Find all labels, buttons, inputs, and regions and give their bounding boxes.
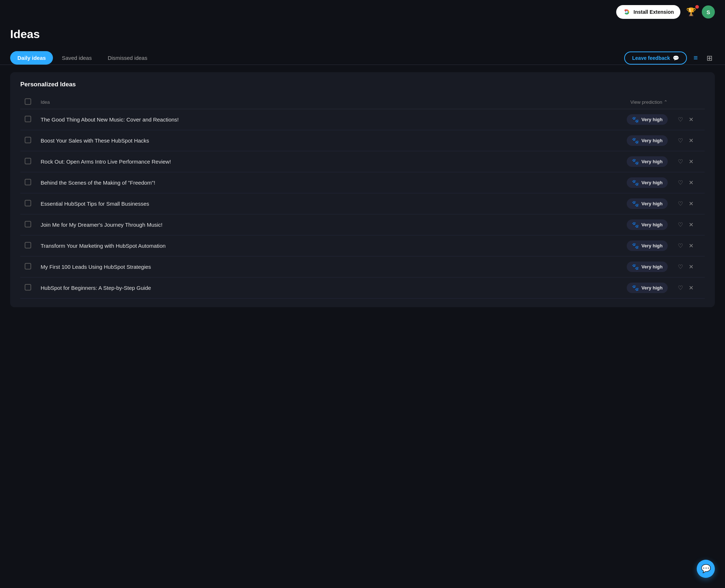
table-row: HubSpot for Beginners: A Step-by-Step Gu…: [20, 277, 705, 299]
prediction-label-6: Very high: [641, 222, 663, 227]
ideas-card: Personalized Ideas Idea View prediction …: [10, 72, 715, 307]
row-checkbox-3[interactable]: [25, 158, 31, 164]
trophy-icon: 🏆: [686, 7, 696, 16]
install-extension-button[interactable]: Install Extension: [616, 5, 680, 19]
list-icon: ≡: [693, 54, 698, 62]
idea-title-1: The Good Thing About New Music: Cover an…: [41, 116, 179, 123]
table-row: Rock Out: Open Arms Intro Live Performan…: [20, 151, 705, 172]
prediction-badge-7: 🐾 Very high: [627, 240, 668, 251]
row-checkbox-cell: [20, 214, 36, 235]
heart-icon: ♡: [678, 137, 683, 144]
row-actions-cell: ♡ ✕: [672, 235, 705, 256]
row-checkbox-5[interactable]: [25, 200, 31, 206]
dismiss-idea-button-7[interactable]: ✕: [687, 241, 695, 251]
row-checkbox-4[interactable]: [25, 179, 31, 185]
row-actions-cell: ♡ ✕: [672, 172, 705, 193]
save-idea-button-6[interactable]: ♡: [676, 220, 684, 230]
sort-icon: ⌃: [664, 99, 668, 105]
row-idea-title-cell: My First 100 Leads Using HubSpot Strateg…: [36, 256, 592, 277]
heart-icon: ♡: [678, 221, 683, 228]
leave-feedback-button[interactable]: Leave feedback 💬: [624, 52, 687, 65]
row-checkbox-1[interactable]: [25, 116, 31, 122]
dismiss-idea-button-1[interactable]: ✕: [687, 115, 695, 124]
page-header: Install Extension 🏆 S: [0, 0, 725, 24]
idea-title-9: HubSpot for Beginners: A Step-by-Step Gu…: [41, 285, 151, 291]
prediction-icon-1: 🐾: [632, 116, 639, 123]
heart-icon: ♡: [678, 179, 683, 186]
row-checkbox-2[interactable]: [25, 137, 31, 143]
close-icon: ✕: [689, 200, 693, 207]
save-idea-button-9[interactable]: ♡: [676, 283, 684, 293]
save-idea-button-7[interactable]: ♡: [676, 241, 684, 251]
trophy-button[interactable]: 🏆: [685, 6, 697, 18]
prediction-badge-3: 🐾 Very high: [627, 156, 668, 167]
row-prediction-cell: 🐾 Very high: [592, 172, 672, 193]
save-idea-button-8[interactable]: ♡: [676, 262, 684, 272]
row-idea-title-cell: Transform Your Marketing with HubSpot Au…: [36, 235, 592, 256]
row-checkbox-cell: [20, 109, 36, 130]
dismiss-idea-button-9[interactable]: ✕: [687, 283, 695, 293]
svg-point-2: [626, 11, 627, 13]
chat-fab-button[interactable]: 💬: [697, 560, 715, 578]
row-checkbox-9[interactable]: [25, 284, 31, 291]
save-idea-button-5[interactable]: ♡: [676, 199, 684, 209]
close-icon: ✕: [689, 158, 693, 165]
row-idea-title-cell: Boost Your Sales with These HubSpot Hack…: [36, 130, 592, 151]
dismiss-idea-button-8[interactable]: ✕: [687, 262, 695, 272]
dismiss-idea-button-6[interactable]: ✕: [687, 220, 695, 230]
chrome-icon: [623, 8, 631, 16]
prediction-badge-4: 🐾 Very high: [627, 177, 668, 188]
prediction-label-3: Very high: [641, 159, 663, 164]
row-prediction-cell: 🐾 Very high: [592, 256, 672, 277]
main-content: Personalized Ideas Idea View prediction …: [0, 65, 725, 314]
tab-daily-ideas[interactable]: Daily ideas: [10, 51, 53, 65]
row-prediction-cell: 🐾 Very high: [592, 193, 672, 214]
idea-title-8: My First 100 Leads Using HubSpot Strateg…: [41, 264, 151, 270]
prediction-label-5: Very high: [641, 201, 663, 206]
row-actions-cell: ♡ ✕: [672, 277, 705, 299]
heart-icon: ♡: [678, 116, 683, 123]
leave-feedback-label: Leave feedback: [632, 55, 670, 61]
row-idea-title-cell: HubSpot for Beginners: A Step-by-Step Gu…: [36, 277, 592, 299]
row-checkbox-7[interactable]: [25, 242, 31, 248]
close-icon: ✕: [689, 221, 693, 228]
tab-saved-ideas[interactable]: Saved ideas: [54, 51, 99, 65]
dismiss-idea-button-2[interactable]: ✕: [687, 136, 695, 145]
tabs-left: Daily ideas Saved ideas Dismissed ideas: [10, 51, 624, 65]
prediction-label-2: Very high: [641, 138, 663, 143]
row-checkbox-8[interactable]: [25, 263, 31, 270]
row-idea-title-cell: Behind the Scenes of the Making of "Free…: [36, 172, 592, 193]
tab-dismissed-ideas[interactable]: Dismissed ideas: [100, 51, 155, 65]
row-checkbox-cell: [20, 277, 36, 299]
row-prediction-cell: 🐾 Very high: [592, 277, 672, 299]
save-idea-button-2[interactable]: ♡: [676, 136, 684, 145]
dismiss-idea-button-3[interactable]: ✕: [687, 157, 695, 166]
save-idea-button-1[interactable]: ♡: [676, 115, 684, 124]
prediction-badge-8: 🐾 Very high: [627, 262, 668, 272]
grid-view-toggle[interactable]: ⊞: [704, 52, 715, 65]
select-all-checkbox[interactable]: [25, 98, 31, 105]
install-extension-label: Install Extension: [634, 9, 674, 15]
save-idea-button-3[interactable]: ♡: [676, 157, 684, 166]
ideas-table: Idea View prediction ⌃ The Good Thing Ab…: [20, 95, 705, 299]
row-prediction-cell: 🐾 Very high: [592, 235, 672, 256]
row-checkbox-cell: [20, 193, 36, 214]
prediction-label-4: Very high: [641, 180, 663, 185]
idea-title-4: Behind the Scenes of the Making of "Free…: [41, 180, 155, 186]
heart-icon: ♡: [678, 158, 683, 165]
col-header-prediction[interactable]: View prediction ⌃: [592, 95, 672, 109]
row-checkbox-cell: [20, 235, 36, 256]
avatar[interactable]: S: [702, 5, 715, 18]
row-idea-title-cell: Rock Out: Open Arms Intro Live Performan…: [36, 151, 592, 172]
row-checkbox-6[interactable]: [25, 221, 31, 227]
save-idea-button-4[interactable]: ♡: [676, 178, 684, 188]
idea-title-7: Transform Your Marketing with HubSpot Au…: [41, 243, 166, 249]
page-title: Ideas: [0, 24, 725, 51]
prediction-label-1: Very high: [641, 117, 663, 122]
row-actions-cell: ♡ ✕: [672, 214, 705, 235]
dismiss-idea-button-5[interactable]: ✕: [687, 199, 695, 209]
list-view-toggle[interactable]: ≡: [691, 52, 700, 64]
dismiss-idea-button-4[interactable]: ✕: [687, 178, 695, 188]
row-idea-title-cell: Join Me for My Dreamer's Journey Through…: [36, 214, 592, 235]
table-row: Boost Your Sales with These HubSpot Hack…: [20, 130, 705, 151]
